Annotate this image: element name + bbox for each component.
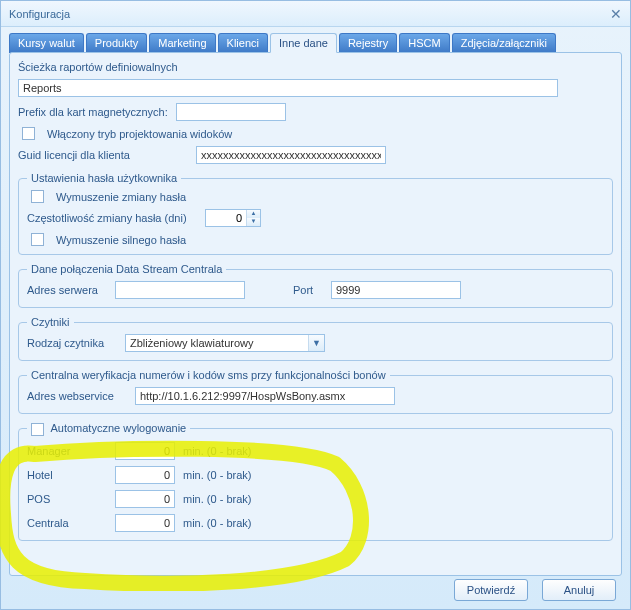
tab-produkty[interactable]: Produkty: [86, 33, 147, 53]
tab-strip: Kursy walut Produkty Marketing Klienci I…: [1, 27, 630, 53]
reader-type-combo[interactable]: Zbliżeniowy klawiaturowy ▼: [125, 334, 325, 352]
pwd-freq-input[interactable]: [206, 210, 246, 226]
report-path-label: Ścieżka raportów definiowalnych: [18, 61, 178, 73]
auto-logout-checkbox[interactable]: [31, 423, 44, 436]
tab-hscm[interactable]: HSCM: [399, 33, 449, 53]
tab-kursy-walut[interactable]: Kursy walut: [9, 33, 84, 53]
manager-suffix: min. (0 - brak): [183, 445, 251, 457]
reader-type-label: Rodzaj czytnika: [27, 337, 117, 349]
guid-input[interactable]: [196, 146, 386, 164]
sms-verify-legend: Centralna weryfikacja numerów i kodów sm…: [27, 369, 390, 381]
manager-label: Manager: [27, 445, 107, 457]
readers-legend: Czytniki: [27, 316, 74, 328]
tab-panel-inne-dane: Ścieżka raportów definiowalnych Prefix d…: [9, 52, 622, 576]
guid-label: Guid licencji dla klienta: [18, 149, 188, 161]
design-mode-label: Włączony tryb projektowania widoków: [47, 128, 232, 140]
server-addr-input[interactable]: [115, 281, 245, 299]
pos-label: POS: [27, 493, 107, 505]
chevron-down-icon[interactable]: ▼: [308, 335, 324, 351]
force-pwd-change-checkbox[interactable]: [31, 190, 44, 203]
prefix-label: Prefix dla kart magnetycznych:: [18, 106, 168, 118]
pwd-freq-label: Częstotliwość zmiany hasła (dni): [27, 212, 197, 224]
tab-inne-dane[interactable]: Inne dane: [270, 33, 337, 53]
datastream-group: Dane połączenia Data Stream Centrala Adr…: [18, 263, 613, 308]
auto-logout-legend-text: Automatyczne wylogowanie: [50, 422, 186, 434]
report-path-input[interactable]: [18, 79, 558, 97]
auto-logout-group: Automatyczne wylogowanie Manager min. (0…: [18, 422, 613, 541]
centrala-input[interactable]: [115, 514, 175, 532]
password-settings-legend: Ustawienia hasła użytkownika: [27, 172, 181, 184]
close-icon[interactable]: ✕: [610, 6, 622, 22]
pos-suffix: min. (0 - brak): [183, 493, 251, 505]
force-strong-pwd-label: Wymuszenie silnego hasła: [56, 234, 186, 246]
tab-klienci[interactable]: Klienci: [218, 33, 268, 53]
manager-input[interactable]: [115, 442, 175, 460]
spinner-up-icon[interactable]: ▲: [247, 210, 260, 218]
hotel-input[interactable]: [115, 466, 175, 484]
pos-input[interactable]: [115, 490, 175, 508]
hotel-label: Hotel: [27, 469, 107, 481]
auto-logout-legend: Automatyczne wylogowanie: [27, 422, 190, 436]
port-input[interactable]: [331, 281, 461, 299]
cancel-button[interactable]: Anuluj: [542, 579, 616, 601]
readers-group: Czytniki Rodzaj czytnika Zbliżeniowy kla…: [18, 316, 613, 361]
prefix-input[interactable]: [176, 103, 286, 121]
config-window: Konfiguracja ✕ Kursy walut Produkty Mark…: [0, 0, 631, 610]
hotel-suffix: min. (0 - brak): [183, 469, 251, 481]
server-addr-label: Adres serwera: [27, 284, 107, 296]
webservice-input[interactable]: [135, 387, 395, 405]
webservice-label: Adres webservice: [27, 390, 127, 402]
datastream-legend: Dane połączenia Data Stream Centrala: [27, 263, 226, 275]
titlebar: Konfiguracja ✕: [1, 1, 630, 27]
tab-zdjecia[interactable]: Zdjęcia/załączniki: [452, 33, 556, 53]
design-mode-checkbox[interactable]: [22, 127, 35, 140]
window-title: Konfiguracja: [9, 8, 70, 20]
pwd-freq-spinner[interactable]: ▲ ▼: [205, 209, 261, 227]
spinner-down-icon[interactable]: ▼: [247, 218, 260, 226]
tab-rejestry[interactable]: Rejestry: [339, 33, 397, 53]
centrala-label: Centrala: [27, 517, 107, 529]
reader-type-value: Zbliżeniowy klawiaturowy: [130, 337, 254, 349]
force-strong-pwd-checkbox[interactable]: [31, 233, 44, 246]
password-settings-group: Ustawienia hasła użytkownika Wymuszenie …: [18, 172, 613, 255]
confirm-button[interactable]: Potwierdź: [454, 579, 528, 601]
port-label: Port: [293, 284, 323, 296]
tab-marketing[interactable]: Marketing: [149, 33, 215, 53]
centrala-suffix: min. (0 - brak): [183, 517, 251, 529]
sms-verify-group: Centralna weryfikacja numerów i kodów sm…: [18, 369, 613, 414]
force-pwd-change-label: Wymuszenie zmiany hasła: [56, 191, 186, 203]
dialog-footer: Potwierdź Anuluj: [454, 579, 616, 601]
